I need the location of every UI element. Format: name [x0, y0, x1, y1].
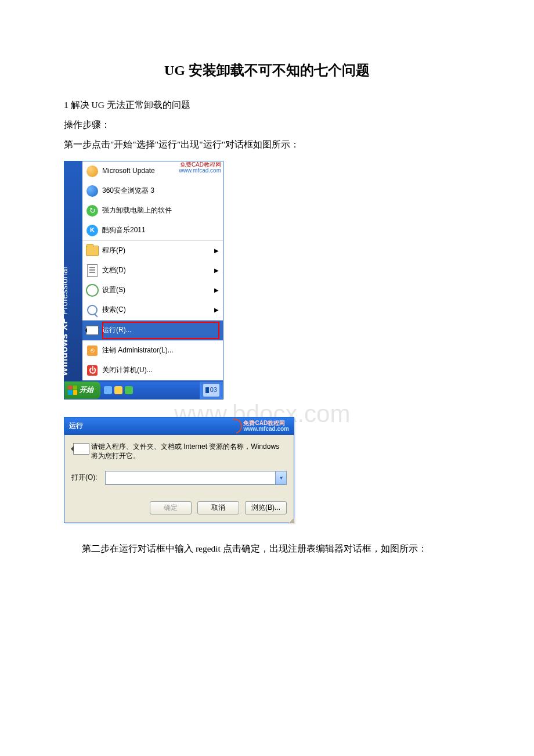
- uninstall-icon: ↻: [86, 204, 99, 217]
- open-combobox[interactable]: ▾: [105, 471, 287, 485]
- body-line-2: 操作步骤：: [64, 117, 470, 133]
- start-button-label: 开始: [80, 384, 93, 397]
- documents-icon: [86, 264, 99, 277]
- menu-item-documents[interactable]: 文档(D) ▶: [82, 261, 223, 280]
- menu-label: 程序(P): [102, 244, 214, 257]
- sidebar-product: Windows XP: [59, 318, 69, 376]
- submenu-arrow-icon: ▶: [214, 265, 219, 276]
- menu-label: 设置(S): [102, 284, 214, 297]
- resize-grip-icon[interactable]: [288, 517, 294, 523]
- search-icon: [86, 304, 99, 316]
- start-menu-screenshot: Windows XP Professional 免费CAD教程网 www.mfc…: [64, 161, 223, 399]
- start-button[interactable]: 开始: [64, 381, 100, 399]
- windows-flag-icon: [68, 386, 77, 395]
- submenu-arrow-icon: ▶: [214, 305, 219, 315]
- body-line-3: 第一步点击"开始"选择"运行"出现"运行"对话框如图所示：: [64, 136, 470, 153]
- ok-button[interactable]: 确定: [150, 501, 192, 514]
- taskbar-tray[interactable]: 03: [200, 381, 223, 399]
- page-title: UG 安装卸载不可不知的七个问题: [64, 58, 470, 83]
- menu-label: 360安全浏览器 3: [102, 185, 219, 197]
- startmenu-body: 免费CAD教程网 www.mfcad.com Microsoft Update …: [82, 161, 223, 381]
- ie-icon: [86, 185, 99, 197]
- menu-label: 文档(D): [102, 264, 214, 277]
- settings-icon: [86, 284, 99, 297]
- power-icon: ⏻: [86, 364, 99, 377]
- watermark-mfcad: 免费CAD教程网 www.mfcad.com: [227, 419, 289, 434]
- msupdate-icon: [86, 165, 99, 178]
- cancel-button[interactable]: 取消: [197, 501, 239, 514]
- menu-item-msupdate[interactable]: Microsoft Update: [82, 161, 223, 181]
- menu-label: 关闭计算机(U)...: [102, 364, 219, 377]
- menu-label: 运行(R)...: [102, 324, 219, 337]
- run-dialog-titlebar[interactable]: 运行 免费CAD教程网 www.mfcad.com: [64, 417, 294, 435]
- programs-icon: [86, 244, 99, 257]
- menu-item-kugou[interactable]: K 酷狗音乐2011: [82, 221, 223, 241]
- run-icon: [86, 324, 99, 337]
- run-dialog-title: 运行: [69, 420, 83, 433]
- body-line-1: 1 解决 UG 无法正常卸载的问题: [64, 97, 470, 113]
- menu-item-programs[interactable]: 程序(P) ▶: [82, 241, 223, 261]
- logoff-icon: ⎋: [86, 344, 99, 357]
- menu-item-run[interactable]: 运行(R)...: [82, 321, 223, 341]
- menu-item-settings[interactable]: 设置(S) ▶: [82, 280, 223, 300]
- menu-label: 强力卸载电脑上的软件: [102, 204, 219, 217]
- menu-label: Microsoft Update: [102, 165, 219, 178]
- menu-item-uninstall[interactable]: ↻ 强力卸载电脑上的软件: [82, 201, 223, 221]
- body-line-4: 第二步在运行对话框中输入 regedit 点击确定，出现注册表编辑器对话框，如图…: [64, 541, 470, 557]
- run-dialog-info-text: 请键入程序、文件夹、文档或 Internet 资源的名称，Windows 将为您…: [91, 442, 287, 460]
- run-dialog: 运行 免费CAD教程网 www.mfcad.com 请键入程序、文件夹、文档或 …: [64, 417, 294, 523]
- taskbar-quicklaunch[interactable]: [104, 386, 133, 394]
- mfcad-logo-icon: [225, 416, 246, 437]
- menu-item-logoff[interactable]: ⎋ 注销 Administrator(L)...: [82, 341, 223, 361]
- menu-item-360[interactable]: 360安全浏览器 3: [82, 181, 223, 201]
- submenu-arrow-icon: ▶: [214, 246, 219, 256]
- menu-item-search[interactable]: 搜索(C) ▶: [82, 300, 223, 321]
- kugou-icon: K: [86, 224, 99, 237]
- open-label: 打开(O):: [71, 471, 105, 484]
- language-badge[interactable]: 03: [203, 384, 219, 397]
- menu-label: 酷狗音乐2011: [102, 224, 219, 237]
- menu-item-shutdown[interactable]: ⏻ 关闭计算机(U)...: [82, 361, 223, 380]
- sidebar-edition: Professional: [60, 267, 69, 315]
- dropdown-arrow-icon[interactable]: ▾: [275, 471, 286, 484]
- menu-label: 注销 Administrator(L)...: [102, 344, 219, 357]
- startmenu-sidebar: Windows XP Professional: [64, 161, 82, 381]
- taskbar: 开始 03: [64, 381, 223, 399]
- menu-label: 搜索(C): [102, 304, 214, 316]
- run-icon: [71, 442, 91, 455]
- browse-button[interactable]: 浏览(B)...: [245, 501, 287, 514]
- open-input[interactable]: [106, 471, 275, 484]
- submenu-arrow-icon: ▶: [214, 285, 219, 296]
